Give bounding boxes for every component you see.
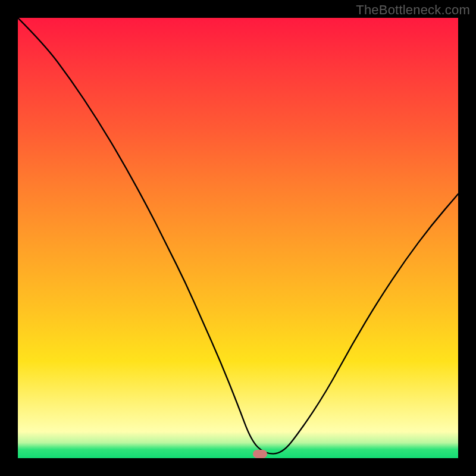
chart-frame: TheBottleneck.com — [0, 0, 476, 476]
plot-area — [18, 18, 458, 458]
watermark-text: TheBottleneck.com — [356, 2, 470, 18]
optimal-point-marker — [253, 450, 267, 458]
bottleneck-curve — [18, 18, 458, 458]
